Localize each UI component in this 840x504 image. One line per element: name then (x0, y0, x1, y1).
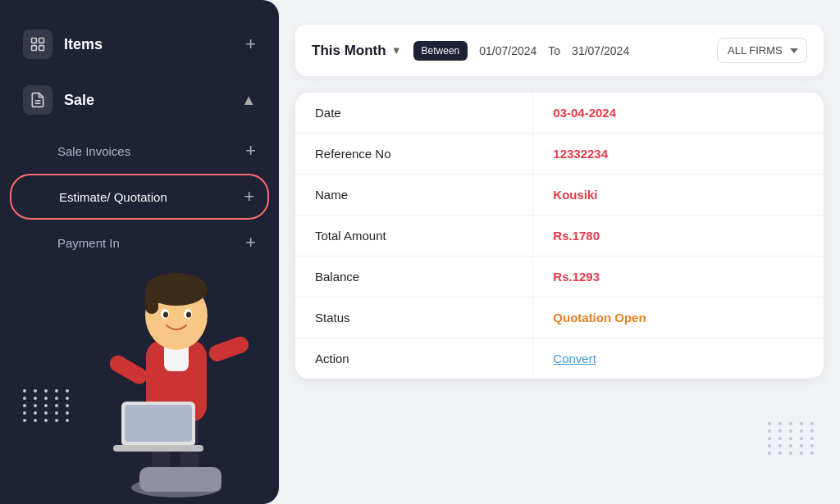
dot (55, 411, 58, 415)
dot (789, 437, 792, 440)
dot (800, 422, 803, 425)
dot (789, 429, 792, 433)
svg-rect-21 (207, 334, 251, 364)
reference-label: Reference No (295, 134, 533, 175)
sale-invoices-label: Sale Invoices (57, 144, 130, 158)
dot (800, 437, 803, 440)
filter-between-badge: Between (413, 41, 468, 61)
estimate-quotation-plus-icon[interactable]: + (244, 186, 254, 207)
reference-value: 12332234 (533, 134, 824, 175)
table-row-status: Status Quotation Open (295, 297, 824, 338)
date-value: 03-04-2024 (533, 93, 824, 134)
sidebar-item-sale[interactable]: Sale ▲ (10, 74, 269, 126)
svg-rect-0 (32, 39, 37, 43)
dot (800, 452, 803, 455)
dot (34, 389, 37, 393)
dot (55, 389, 58, 393)
dot (768, 452, 771, 455)
total-label: Total Amount (295, 216, 533, 257)
convert-link[interactable]: Convert (553, 352, 596, 366)
dot (66, 419, 69, 422)
dot (778, 437, 782, 440)
table-row-name: Name Kousiki (295, 175, 824, 216)
dot (789, 422, 792, 425)
sale-label: Sale (64, 92, 94, 109)
svg-rect-24 (113, 445, 203, 452)
dot (810, 422, 814, 425)
table-row-action: Action Convert (295, 338, 824, 379)
svg-rect-15 (145, 289, 158, 314)
dot (66, 397, 69, 400)
balance-value: Rs.1293 (533, 257, 824, 297)
dot (789, 452, 792, 455)
dot (810, 452, 814, 455)
dot (23, 397, 26, 400)
date-label: Date (295, 93, 533, 134)
svg-rect-25 (139, 467, 221, 492)
dot (34, 419, 37, 422)
sidebar-subitem-sale-invoices[interactable]: Sale Invoices + (10, 129, 269, 172)
dot (66, 404, 69, 407)
dot (34, 404, 37, 407)
svg-point-19 (186, 312, 191, 318)
dot (55, 404, 58, 407)
dot (778, 444, 782, 447)
action-label: Action (295, 338, 533, 379)
total-value: Rs.1780 (533, 216, 824, 257)
dot (55, 419, 58, 422)
filter-date-to: 31/07/2024 (572, 44, 629, 57)
sidebar-item-items[interactable]: Items + (10, 18, 269, 70)
dot (34, 411, 37, 415)
svg-rect-20 (107, 352, 150, 387)
estimate-quotation-label: Estimate/ Quotation (59, 190, 167, 204)
dot (44, 397, 48, 400)
name-label: Name (295, 175, 533, 216)
filter-month-selector[interactable]: This Month ▼ (312, 43, 402, 59)
dot (800, 429, 803, 433)
action-value: Convert (533, 338, 824, 379)
svg-point-18 (163, 312, 168, 318)
dot (789, 444, 792, 447)
status-value: Quotation Open (533, 297, 824, 338)
dot (768, 422, 771, 425)
dot (23, 404, 26, 407)
filter-month-label: This Month (312, 43, 386, 59)
data-table: Date 03-04-2024 Reference No 12332234 Na… (295, 93, 824, 379)
dot (44, 419, 48, 422)
dot (768, 437, 771, 440)
dot (55, 397, 58, 400)
dot (778, 429, 782, 433)
dot (34, 397, 37, 400)
dot (768, 429, 771, 433)
dots-right-decoration (768, 422, 817, 455)
dot (44, 404, 48, 407)
table-row-total: Total Amount Rs.1780 (295, 216, 824, 257)
sale-icon (23, 85, 52, 115)
dot (66, 389, 69, 393)
balance-label: Balance (295, 257, 533, 297)
dot (778, 452, 782, 455)
filter-to-label: To (548, 44, 560, 57)
dot (44, 389, 48, 393)
dot (66, 411, 69, 415)
dot (810, 444, 814, 447)
dot (23, 389, 26, 393)
main-content: This Month ▼ Between 01/07/2024 To 31/07… (295, 25, 824, 379)
dot (778, 422, 782, 425)
items-plus-icon[interactable]: + (245, 34, 256, 55)
table-row-reference: Reference No 12332234 (295, 134, 824, 175)
filter-month-caret-icon: ▼ (391, 44, 402, 57)
dot (768, 444, 771, 447)
sale-invoices-plus-icon[interactable]: + (245, 140, 256, 161)
items-label: Items (64, 36, 103, 53)
dots-left-decoration (23, 389, 72, 422)
dot (810, 429, 814, 433)
sale-caret-icon: ▲ (241, 92, 256, 109)
dot (23, 419, 26, 422)
status-label: Status (295, 297, 533, 338)
sidebar-subitem-estimate-quotation[interactable]: Estimate/ Quotation + (10, 174, 269, 220)
filter-firms-select[interactable]: ALL FIRMS (717, 38, 807, 63)
filter-bar: This Month ▼ Between 01/07/2024 To 31/07… (295, 25, 824, 76)
items-icon (23, 30, 52, 59)
dot (23, 411, 26, 415)
